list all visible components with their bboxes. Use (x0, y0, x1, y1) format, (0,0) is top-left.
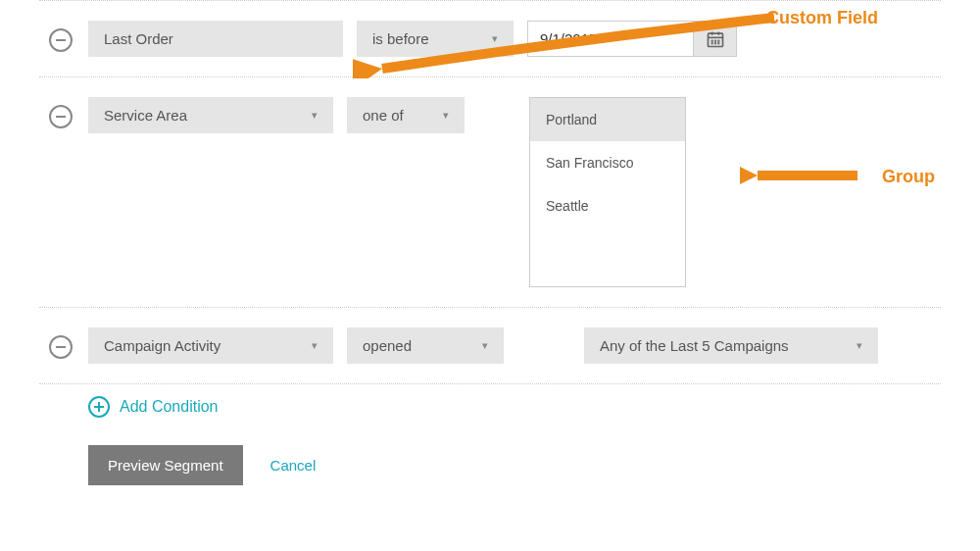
chevron-down-icon: ▾ (312, 109, 318, 122)
field-dropdown-label: Last Order (104, 30, 173, 47)
list-item[interactable]: Portland (530, 98, 685, 141)
scope-dropdown-label: Any of the Last 5 Campaigns (600, 337, 789, 354)
field-dropdown[interactable]: Last Order (88, 21, 343, 57)
date-input[interactable] (527, 21, 694, 57)
remove-condition-button[interactable] (49, 105, 73, 128)
preview-segment-button[interactable]: Preview Segment (88, 445, 243, 485)
calendar-button[interactable] (694, 21, 737, 57)
operator-dropdown-label: is before (372, 30, 429, 47)
chevron-down-icon: ▾ (857, 339, 862, 352)
svg-point-4 (711, 40, 712, 41)
svg-point-7 (711, 42, 712, 43)
chevron-down-icon: ▾ (492, 32, 498, 45)
cancel-link[interactable]: Cancel (270, 457, 317, 474)
list-item[interactable]: San Francisco (530, 141, 685, 184)
chevron-down-icon: ▾ (312, 339, 318, 352)
remove-condition-button[interactable] (49, 335, 73, 359)
operator-dropdown-label: one of (363, 107, 404, 124)
operator-dropdown[interactable]: one of ▾ (347, 97, 465, 133)
calendar-icon (706, 29, 725, 49)
field-dropdown-label: Campaign Activity (104, 337, 220, 354)
condition-row: Last Order is before ▾ (39, 1, 941, 76)
plus-circle-icon (88, 396, 110, 418)
field-dropdown[interactable]: Service Area ▾ (88, 97, 333, 133)
condition-row: Service Area ▾ one of ▾ Portland San Fra… (39, 77, 941, 307)
add-condition-label: Add Condition (120, 398, 219, 416)
date-input-group (527, 21, 737, 57)
chevron-down-icon: ▾ (443, 109, 449, 122)
operator-dropdown[interactable]: opened ▾ (347, 327, 504, 364)
operator-dropdown-label: opened (363, 337, 412, 354)
svg-point-5 (714, 40, 715, 41)
value-listbox[interactable]: Portland San Francisco Seattle (529, 97, 686, 287)
field-dropdown-label: Service Area (104, 107, 187, 124)
svg-point-6 (717, 40, 718, 41)
add-condition-button[interactable]: Add Condition (88, 396, 219, 418)
list-item[interactable]: Seattle (530, 184, 685, 227)
svg-point-8 (714, 42, 715, 43)
condition-row: Campaign Activity ▾ opened ▾ Any of the … (39, 308, 941, 383)
chevron-down-icon: ▾ (482, 339, 488, 352)
remove-condition-button[interactable] (49, 28, 73, 52)
svg-point-9 (717, 42, 718, 43)
operator-dropdown[interactable]: is before ▾ (357, 21, 514, 57)
scope-dropdown[interactable]: Any of the Last 5 Campaigns ▾ (584, 327, 878, 364)
field-dropdown[interactable]: Campaign Activity ▾ (88, 327, 333, 364)
